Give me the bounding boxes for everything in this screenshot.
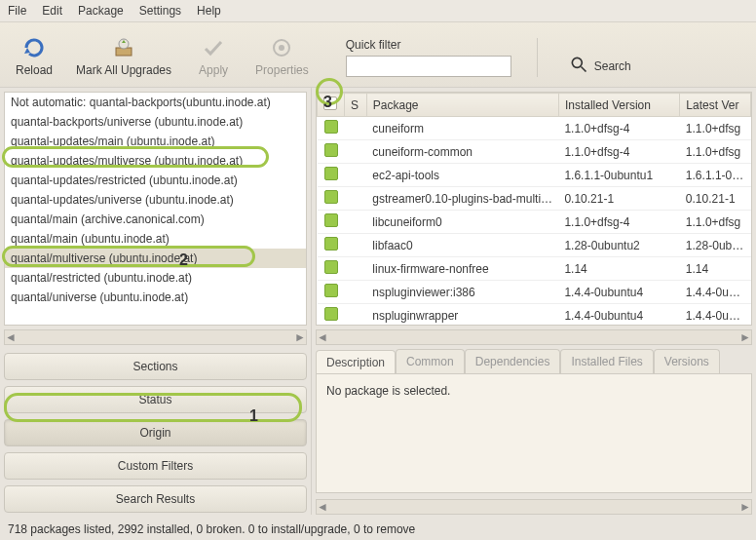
sections-button[interactable]: Sections [4, 353, 307, 380]
col-status2[interactable]: S [345, 94, 367, 117]
table-row[interactable]: cuneiform1.1.0+dfsg-41.1.0+dfsg [318, 117, 751, 140]
latest-version: 1.28-0ubuntu2 [680, 234, 751, 257]
menu-bar: File Edit Package Settings Help [0, 0, 756, 22]
origin-item[interactable]: quantal-updates/universe (ubuntu.inode.a… [5, 190, 306, 210]
package-status-icon[interactable] [324, 143, 338, 157]
detail-hscrollbar[interactable]: ◄► [316, 499, 752, 515]
origin-item[interactable]: quantal-updates/main (ubuntu.inode.at) [5, 132, 306, 151]
status-bar: 718 packages listed, 2992 installed, 0 b… [0, 519, 756, 540]
detail-tabs: Description Common Dependencies Installe… [316, 349, 752, 373]
menu-settings[interactable]: Settings [139, 4, 181, 18]
menu-edit[interactable]: Edit [42, 4, 62, 18]
svg-point-3 [279, 45, 284, 51]
detail-panel: No package is selected. [316, 373, 752, 493]
origin-button[interactable]: Origin [4, 419, 307, 446]
table-row[interactable]: libfaac01.28-0ubuntu21.28-0ubuntu2 [318, 234, 751, 257]
status-button[interactable]: Status [4, 386, 307, 413]
package-status-icon[interactable] [324, 213, 338, 227]
origin-item[interactable]: quantal/universe (ubuntu.inode.at) [5, 288, 306, 307]
tab-versions[interactable]: Versions [654, 349, 720, 373]
detail-empty-text: No package is selected. [326, 384, 450, 398]
tab-common[interactable]: Common [396, 349, 465, 373]
search-results-button[interactable]: Search Results [4, 485, 307, 513]
col-latest-version[interactable]: Latest Ver [680, 94, 751, 117]
category-buttons: Sections Status Origin Custom Filters Se… [0, 349, 311, 540]
installed-version: 1.14 [558, 257, 679, 281]
installed-version: 1.4.4-0ubuntu4 [558, 281, 679, 304]
table-row[interactable]: nspluginviewer:i3861.4.4-0ubuntu41.4.4-0… [318, 281, 751, 304]
custom-filters-button[interactable]: Custom Filters [4, 452, 307, 480]
menu-file[interactable]: File [8, 4, 26, 18]
package-status-icon[interactable] [324, 190, 338, 204]
quick-filter-group: Quick filter [346, 38, 511, 77]
reload-label: Reload [16, 63, 53, 77]
latest-version: 1.4.4-0ubuntu4 [680, 304, 751, 327]
origin-item[interactable]: quantal-updates/multiverse (ubuntu.inode… [5, 151, 306, 171]
mark-all-upgrades-button[interactable]: Mark All Upgrades [76, 34, 171, 77]
table-row[interactable]: cuneiform-common1.1.0+dfsg-41.1.0+dfsg [318, 140, 751, 164]
svg-line-5 [581, 67, 586, 72]
menu-help[interactable]: Help [197, 4, 221, 18]
quick-filter-input[interactable] [346, 56, 511, 77]
tab-description[interactable]: Description [316, 350, 396, 374]
origin-item[interactable]: quantal-updates/restricted (ubuntu.inode… [5, 171, 306, 190]
package-name: cuneiform [366, 117, 558, 140]
upgrade-icon [110, 34, 137, 61]
tab-dependencies[interactable]: Dependencies [465, 349, 561, 373]
table-row[interactable]: gstreamer0.10-plugins-bad-multiverse0.10… [318, 187, 751, 211]
package-status-icon[interactable] [324, 120, 338, 134]
package-name: libcuneiform0 [366, 211, 558, 234]
properties-button: Properties [255, 34, 309, 77]
quick-filter-label: Quick filter [346, 38, 511, 52]
latest-version: 1.1.0+dfsg [680, 211, 751, 234]
table-row[interactable]: ec2-api-tools1.6.1.1-0ubuntu11.6.1.1-0ub… [318, 164, 751, 187]
table-row[interactable]: libcuneiform01.1.0+dfsg-41.1.0+dfsg [318, 211, 751, 234]
table-row[interactable]: linux-firmware-nonfree1.141.14 [318, 257, 751, 281]
search-icon [569, 55, 588, 77]
package-hscrollbar[interactable]: ◄► [316, 329, 752, 345]
origin-list[interactable]: Not automatic: quantal-backports(ubuntu.… [4, 92, 307, 326]
package-name: ec2-api-tools [366, 164, 558, 187]
menu-package[interactable]: Package [78, 4, 124, 18]
latest-version: 1.1.0+dfsg [680, 117, 751, 140]
origin-hscrollbar[interactable]: ◄► [4, 329, 307, 345]
col-package[interactable]: Package [366, 94, 558, 117]
latest-version: 1.14 [680, 257, 751, 281]
installed-version: 1.1.0+dfsg-4 [558, 211, 679, 234]
package-status-icon[interactable] [324, 237, 338, 251]
svg-point-4 [572, 58, 582, 67]
origin-item[interactable]: quantal/multiverse (ubuntu.inode.at) [5, 249, 306, 268]
installed-version: 1.4.4-0ubuntu4 [558, 304, 679, 327]
toolbar-divider [537, 38, 538, 77]
origin-item[interactable]: quantal-backports/universe (ubuntu.inode… [5, 112, 306, 132]
origin-item[interactable]: quantal/restricted (ubuntu.inode.at) [5, 268, 306, 288]
installed-version: 1.1.0+dfsg-4 [558, 140, 679, 164]
package-status-icon[interactable] [324, 260, 338, 274]
tab-installed-files[interactable]: Installed Files [560, 349, 653, 373]
latest-version: 1.1.0+dfsg [680, 140, 751, 164]
table-row[interactable]: nspluginwrapper1.4.4-0ubuntu41.4.4-0ubun… [318, 304, 751, 327]
toolbar: Reload Mark All Upgrades Apply Propertie… [0, 22, 756, 88]
latest-version: 1.4.4-0ubuntu4 [680, 281, 751, 304]
origin-item[interactable]: quantal/main (archive.canonical.com) [5, 210, 306, 229]
main-area: Not automatic: quantal-backports(ubuntu.… [0, 88, 756, 515]
origin-item[interactable]: Not automatic: quantal-backports(ubuntu.… [5, 93, 306, 112]
apply-button: Apply [189, 34, 238, 77]
col-installed-version[interactable]: Installed Version [558, 94, 679, 117]
package-table[interactable]: S Package Installed Version Latest Ver c… [316, 92, 752, 326]
origin-item[interactable]: quantal/main (ubuntu.inode.at) [5, 229, 306, 249]
search-button[interactable]: Search [569, 55, 631, 77]
package-name: linux-firmware-nonfree [366, 257, 558, 281]
package-status-icon[interactable] [324, 284, 338, 297]
properties-icon [268, 34, 295, 61]
col-status[interactable] [318, 94, 345, 117]
select-all-checkbox[interactable] [323, 96, 337, 110]
reload-icon [20, 34, 48, 61]
mark-all-label: Mark All Upgrades [76, 63, 171, 77]
latest-version: 0.10.21-1 [680, 187, 751, 211]
apply-icon [200, 34, 227, 61]
package-status-icon[interactable] [324, 307, 338, 321]
reload-button[interactable]: Reload [10, 34, 58, 77]
package-status-icon[interactable] [324, 167, 338, 180]
package-name: nspluginviewer:i386 [366, 281, 558, 304]
